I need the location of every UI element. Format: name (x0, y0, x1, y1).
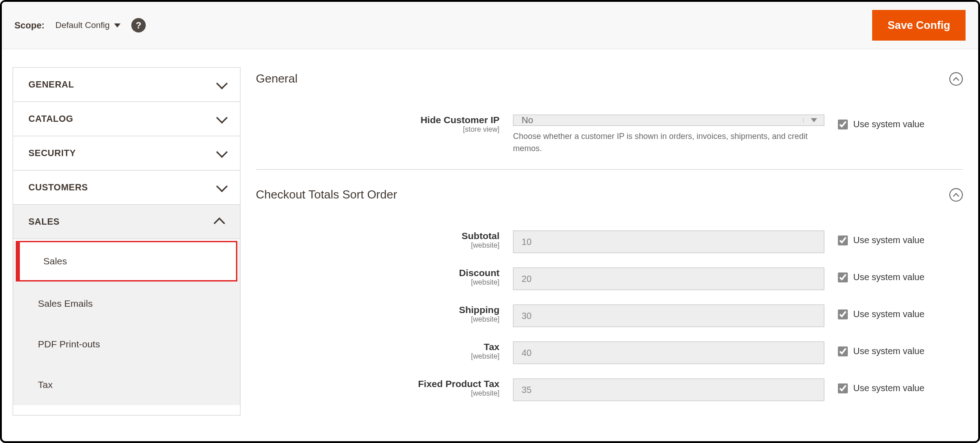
field-tax: Tax [website] Use system value (256, 341, 963, 364)
sidebar-group-catalog[interactable]: CATALOG (13, 102, 240, 136)
field-scope: [website] (256, 241, 499, 249)
section-title: Checkout Totals Sort Order (256, 188, 397, 202)
sidebar-group-sales[interactable]: SALES (13, 205, 240, 239)
scope-value: Default Config (55, 20, 110, 30)
field-subtotal: Subtotal [website] Use system value (256, 231, 963, 253)
use-system-value-check[interactable]: Use system value (838, 305, 925, 319)
chevron-down-icon (216, 180, 227, 192)
use-system-value-label: Use system value (853, 383, 925, 393)
use-system-value-checkbox[interactable] (838, 272, 848, 282)
field-shipping: Shipping [website] Use system value (256, 305, 963, 327)
field-label-text: Tax (484, 341, 499, 352)
use-system-value-check[interactable]: Use system value (838, 231, 925, 245)
shipping-input[interactable] (513, 305, 824, 327)
main-panel: General Hide Customer IP [store view] No… (256, 67, 967, 415)
use-system-value-check[interactable]: Use system value (838, 268, 925, 282)
field-label-text: Hide Customer IP (421, 115, 499, 125)
field-control: Use system value (513, 268, 963, 290)
field-fixed-product-tax: Fixed Product Tax [website] Use system v… (256, 378, 963, 401)
subtotal-input[interactable] (513, 231, 824, 253)
chevron-down-icon (216, 146, 227, 157)
field-label: Fixed Product Tax [website] (256, 378, 499, 397)
field-help-text: Choose whether a customer IP is shown in… (513, 130, 824, 155)
sidebar-group-general[interactable]: GENERAL (13, 68, 240, 102)
field-scope: [website] (256, 389, 499, 397)
tax-input[interactable] (513, 341, 824, 364)
sidebar-group-label: GENERAL (28, 79, 74, 90)
topbar-left: Scope: Default Config ? (14, 18, 146, 32)
section-header-checkout-totals[interactable]: Checkout Totals Sort Order (256, 183, 963, 217)
use-system-value-checkbox[interactable] (838, 235, 848, 245)
chevron-up-icon (953, 77, 959, 83)
field-label-text: Fixed Product Tax (418, 378, 499, 389)
use-system-value-checkbox[interactable] (838, 309, 848, 319)
field-hide-customer-ip: Hide Customer IP [store view] No Choose … (256, 115, 963, 155)
chevron-down-icon (216, 78, 227, 89)
field-scope: [website] (256, 352, 499, 360)
select-value: No (522, 115, 533, 125)
collapse-button[interactable] (949, 72, 963, 86)
topbar: Scope: Default Config ? Save Config (2, 2, 978, 49)
field-label-text: Shipping (459, 305, 499, 315)
sidebar-group-customers[interactable]: CUSTOMERS (13, 171, 240, 205)
use-system-value-label: Use system value (853, 235, 925, 245)
save-config-button[interactable]: Save Config (872, 10, 966, 41)
sidebar-group-label: SALES (28, 217, 60, 227)
use-system-value-label: Use system value (853, 119, 925, 129)
use-system-value-check[interactable]: Use system value (838, 378, 925, 393)
use-system-value-check[interactable]: Use system value (838, 341, 925, 356)
section-divider (256, 169, 963, 170)
field-label-text: Discount (459, 268, 499, 278)
section-header-general[interactable]: General (256, 67, 963, 101)
field-label: Subtotal [website] (256, 231, 499, 249)
use-system-value-checkbox[interactable] (838, 346, 848, 356)
sidebar-item-sales[interactable]: Sales (16, 241, 237, 281)
use-system-value-label: Use system value (853, 272, 925, 282)
chevron-up-icon (213, 217, 225, 229)
sidebar-group-label: CUSTOMERS (28, 182, 88, 193)
field-scope: [website] (256, 278, 499, 286)
chevron-up-icon (953, 193, 959, 199)
collapse-button[interactable] (949, 188, 963, 202)
field-scope: [store view] (256, 125, 499, 134)
field-label: Shipping [website] (256, 305, 499, 323)
help-icon[interactable]: ? (131, 18, 146, 32)
use-system-value-label: Use system value (853, 346, 925, 356)
sidebar-sublist-sales: Sales Sales Emails PDF Print-outs Tax (13, 241, 240, 405)
discount-input[interactable] (513, 268, 824, 290)
caret-down-icon (114, 23, 120, 28)
config-sidebar: GENERAL CATALOG SECURITY CUSTOMERS SALES… (13, 67, 240, 415)
sidebar-group-security[interactable]: SECURITY (13, 136, 240, 171)
sidebar-group-label: SECURITY (28, 148, 76, 158)
scope-dropdown[interactable]: Default Config (55, 20, 120, 30)
field-scope: [website] (256, 315, 499, 323)
scope-label: Scope: (14, 20, 45, 31)
sidebar-item-pdf-printouts[interactable]: PDF Print-outs (13, 324, 240, 365)
field-label: Discount [website] (256, 268, 499, 286)
field-discount: Discount [website] Use system value (256, 268, 963, 290)
sidebar-group-label: CATALOG (28, 114, 73, 124)
field-control: Use system value (513, 341, 963, 364)
field-control: Use system value (513, 231, 963, 253)
hide-ip-select[interactable]: No (513, 115, 824, 126)
use-system-value-check[interactable]: Use system value (838, 115, 925, 129)
field-label: Hide Customer IP [store view] (256, 115, 499, 134)
section-title: General (256, 72, 298, 86)
use-system-value-label: Use system value (853, 309, 925, 319)
fixed-product-tax-input[interactable] (513, 378, 824, 401)
sidebar-item-sales-emails[interactable]: Sales Emails (13, 283, 240, 324)
chevron-down-icon (216, 112, 227, 123)
field-label-text: Subtotal (462, 231, 499, 241)
caret-down-icon (811, 118, 817, 122)
sidebar-item-tax[interactable]: Tax (13, 365, 240, 405)
field-control: Use system value (513, 378, 963, 401)
field-control: Use system value (513, 305, 963, 327)
use-system-value-checkbox[interactable] (838, 383, 848, 393)
use-system-value-checkbox[interactable] (838, 120, 848, 129)
field-label: Tax [website] (256, 341, 499, 360)
field-control: No Choose whether a customer IP is shown… (513, 115, 963, 155)
